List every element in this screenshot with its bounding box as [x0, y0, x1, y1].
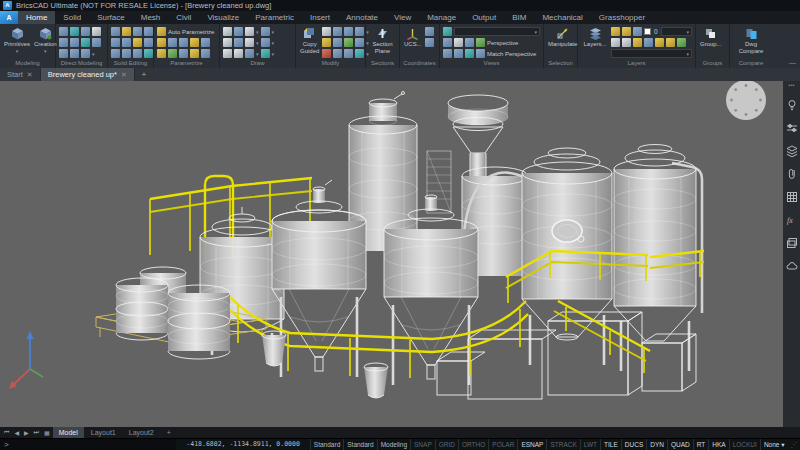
tool-icon[interactable]	[133, 38, 142, 47]
tool-icon[interactable]	[92, 38, 101, 47]
layer-dropdown[interactable]: ▾	[661, 27, 692, 36]
panel-handle-icon[interactable]: •••	[788, 83, 794, 88]
layer-sun-icon[interactable]	[622, 27, 631, 36]
tool-icon[interactable]	[59, 49, 68, 58]
toggle-ducs[interactable]: DUCS	[621, 439, 646, 450]
tool-icon[interactable]	[190, 49, 199, 58]
last-layout-button[interactable]: ⏭	[32, 429, 41, 436]
tool-icon[interactable]	[81, 27, 90, 36]
ribbon-tab-surface[interactable]: Surface	[89, 11, 133, 24]
tool-icon[interactable]	[144, 27, 153, 36]
tool-icon[interactable]	[644, 38, 653, 47]
tab-layout2[interactable]: Layout2	[123, 427, 160, 438]
tool-icon[interactable]	[70, 27, 79, 36]
toggle-esnap[interactable]: ESNAP	[517, 439, 546, 450]
tab-start[interactable]: Start ✕	[0, 68, 41, 81]
tool-icon[interactable]	[333, 38, 342, 47]
chevron-down-icon[interactable]: ▾	[256, 29, 259, 35]
next-layout-button[interactable]: ▶	[22, 429, 31, 436]
chevron-down-icon[interactable]: ▾	[256, 40, 259, 46]
tool-icon[interactable]	[92, 27, 101, 36]
match-perspective-label[interactable]: Match Perspective	[487, 51, 536, 57]
tool-icon[interactable]	[245, 49, 254, 58]
tool-icon[interactable]	[677, 38, 686, 47]
tool-icon[interactable]	[622, 38, 631, 47]
primitives-button[interactable]: Primitives ▾	[2, 26, 32, 59]
bucket-1[interactable]	[262, 331, 286, 366]
toggle-strack[interactable]: STRACK	[546, 439, 579, 450]
rectangle-icon[interactable]	[234, 49, 243, 58]
current-text-style[interactable]: Standard	[310, 439, 343, 450]
tool-icon[interactable]	[261, 49, 270, 58]
tool-icon[interactable]	[144, 38, 153, 47]
chevron-down-icon[interactable]: ▾	[92, 51, 95, 57]
ribbon-tab-parametric[interactable]: Parametric	[247, 11, 302, 24]
tool-icon[interactable]	[344, 38, 353, 47]
close-icon[interactable]: ✕	[27, 71, 33, 79]
tool-icon[interactable]	[344, 27, 353, 36]
toggle-lockui[interactable]: LOCKUI	[729, 439, 760, 450]
first-layout-button[interactable]: ⏮	[2, 429, 11, 436]
eye-icon[interactable]	[443, 27, 452, 36]
tool-icon[interactable]	[144, 49, 153, 58]
resize-grip[interactable]: ⋰	[788, 439, 800, 450]
dwg-compare-button[interactable]: Dwg Compare	[732, 26, 770, 59]
view-top-icon[interactable]	[443, 38, 452, 47]
tool-icon[interactable]	[70, 49, 79, 58]
toggle-tile[interactable]: TILE	[600, 439, 621, 450]
tool-icon[interactable]	[355, 49, 364, 58]
toggle-lwt[interactable]: LWT	[580, 439, 600, 450]
tool-icon[interactable]	[333, 27, 342, 36]
layer-on-icon[interactable]	[611, 27, 620, 36]
toggle-hka[interactable]: HKA	[708, 439, 728, 450]
current-dim-style[interactable]: Standard	[343, 439, 376, 450]
layer-color-swatch[interactable]	[644, 28, 651, 35]
tool-icon[interactable]	[179, 49, 188, 58]
tips-bulb-icon[interactable]	[786, 99, 798, 111]
tool-icon[interactable]	[234, 27, 243, 36]
view-left-icon[interactable]	[443, 49, 452, 58]
new-document-button[interactable]: +	[135, 68, 153, 81]
bucket-2[interactable]	[364, 363, 388, 398]
tool-icon[interactable]	[111, 49, 120, 58]
ribbon-tab-output[interactable]: Output	[464, 11, 504, 24]
ribbon-tab-grasshopper[interactable]: Grasshopper	[591, 11, 653, 24]
ribbon-tab-manage[interactable]: Manage	[419, 11, 464, 24]
tool-icon[interactable]	[201, 38, 210, 47]
section-plane-button[interactable]: Section Plane	[368, 26, 397, 59]
toggle-grid[interactable]: GRID	[435, 439, 458, 450]
layout-list-icon[interactable]: ▦	[42, 429, 52, 436]
copy-guided-button[interactable]: Copy Guided	[298, 26, 321, 59]
layers-panel-icon[interactable]	[786, 145, 798, 157]
toggle-rt[interactable]: RT	[693, 439, 709, 450]
polyline-icon[interactable]	[223, 27, 232, 36]
tool-icon[interactable]	[261, 38, 270, 47]
tool-icon[interactable]	[655, 38, 664, 47]
tool-icon[interactable]	[133, 49, 142, 58]
view-preset-dropdown[interactable]: ▾	[454, 27, 540, 36]
tool-icon[interactable]	[633, 38, 642, 47]
attachments-paperclip-icon[interactable]	[786, 168, 798, 180]
tool-icon[interactable]	[190, 38, 199, 47]
view-iso-icon[interactable]	[465, 38, 474, 47]
sheets-grid-icon[interactable]	[786, 191, 798, 203]
ribbon-tab-visualize[interactable]: Visualize	[199, 11, 247, 24]
tool-icon[interactable]	[355, 38, 364, 47]
tool-icon[interactable]	[355, 27, 364, 36]
tool-icon[interactable]	[234, 38, 243, 47]
ribbon-tab-bim[interactable]: BIM	[504, 11, 534, 24]
ribbon-tab-mesh[interactable]: Mesh	[133, 11, 169, 24]
layer-state-dropdown[interactable]: ▾	[611, 49, 692, 58]
current-workspace[interactable]: Modeling	[377, 439, 410, 450]
match-perspective-icon[interactable]	[476, 49, 485, 58]
wireframe-tank-right-1[interactable]	[522, 148, 612, 365]
line-icon[interactable]	[223, 38, 232, 47]
chevron-down-icon[interactable]: ▾	[272, 29, 275, 35]
tool-icon[interactable]	[81, 38, 90, 47]
tool-icon[interactable]	[425, 27, 434, 36]
tool-icon[interactable]	[322, 27, 331, 36]
group-button[interactable]: Group...	[698, 26, 724, 59]
ribbon-collapse-button[interactable]: —	[789, 59, 796, 66]
layer-lock-icon[interactable]	[633, 27, 642, 36]
settings-sliders-icon[interactable]	[786, 122, 798, 134]
